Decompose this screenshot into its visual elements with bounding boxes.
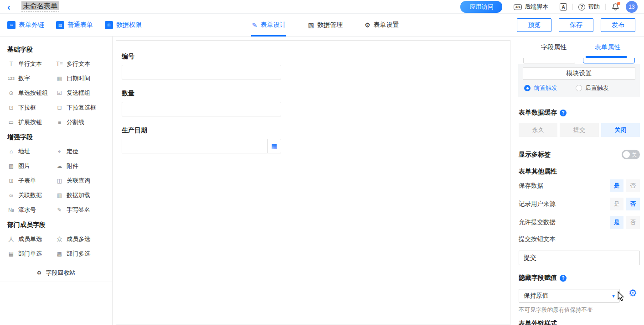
field-label: 数量 — [122, 89, 510, 98]
field-item-linked-query[interactable]: ◫关联查询 — [56, 173, 112, 188]
field-item-label: 成员多选 — [67, 235, 90, 243]
cache-option-submit[interactable]: 提交 — [560, 123, 598, 137]
field-item-address[interactable]: ⌂地址 — [7, 144, 56, 159]
field-item-location[interactable]: ⌖定位 — [56, 144, 112, 159]
signature-icon: ✎ — [56, 207, 63, 213]
linked-data-icon: ∞ — [7, 192, 15, 199]
field-item-label: 单选按钮组 — [18, 89, 48, 97]
form-data-cache-label: 表单数据缓存 ? — [519, 109, 567, 117]
help-button[interactable]: ? 帮助 — [578, 3, 600, 11]
trigger-radio-group: 前置触发 后置触发 — [524, 84, 609, 92]
production-date-input[interactable] — [122, 139, 267, 153]
allow-submit-yes-button[interactable]: 是 — [610, 216, 623, 229]
canvas-field-production-date[interactable]: 生产日期 ▦ — [122, 126, 510, 153]
properties-panel: 字段属性 表单属性 模块设置 前置触发 后置触发 表单数据缓存 ? 永久 提交 … — [511, 37, 644, 325]
field-item-select[interactable]: ⊡下拉框 — [7, 100, 56, 115]
field-item-radio-group[interactable]: ⊙单选按钮组 — [7, 86, 56, 100]
gear-icon[interactable]: ⚙ — [629, 288, 637, 298]
form-settings-icon: ⚙ — [365, 21, 371, 29]
top-header: ‹ 未命名表单 应用访问 </> 后端脚本 A ? 帮助 13 — [0, 0, 644, 14]
label-text: 隐藏字段赋值 — [519, 274, 557, 282]
module-settings-button[interactable]: 模块设置 — [523, 67, 635, 80]
language-icon[interactable]: A — [560, 3, 567, 10]
quantity-input[interactable] — [122, 102, 281, 116]
field-item-member-multi[interactable]: 众成员多选 — [56, 232, 112, 246]
publish-button[interactable]: 发布 — [601, 18, 635, 32]
field-item-serial-number[interactable]: №流水号 — [7, 203, 56, 217]
radio-post-trigger[interactable]: 后置触发 — [576, 84, 609, 92]
field-item-attachment[interactable]: ☁附件 — [56, 159, 112, 173]
header-actions: 应用访问 </> 后端脚本 A ? 帮助 13 — [460, 0, 638, 14]
field-item-number[interactable]: 123数字 — [7, 71, 56, 86]
field-item-divider-line[interactable]: ≡分割线 — [56, 115, 112, 130]
question-icon[interactable]: ? — [560, 275, 567, 282]
field-item-single-line-text[interactable]: T单行文本 — [7, 57, 56, 71]
tab-form-design[interactable]: ✎ 表单设计 — [252, 14, 286, 37]
cache-option-close[interactable]: 关闭 — [601, 123, 640, 137]
field-item-linked-data[interactable]: ∞关联数据 — [7, 188, 56, 203]
field-item-image[interactable]: ▨图片 — [7, 159, 56, 173]
field-item-label: 扩展按钮 — [18, 118, 42, 126]
field-item-data-load[interactable]: ▥数据加载 — [56, 188, 112, 203]
field-item-multi-line-text[interactable]: T≡多行文本 — [56, 57, 112, 71]
field-item-multi-select[interactable]: ⊟下拉复选框 — [56, 100, 112, 115]
field-item-extend-button[interactable]: ▭扩展按钮 — [7, 115, 56, 130]
select-value: 保持原值 — [524, 292, 548, 300]
field-item-label: 图片 — [18, 162, 30, 170]
location-icon: ⌖ — [56, 148, 63, 155]
backend-script-button[interactable]: </> 后端脚本 — [514, 3, 548, 11]
serial-number-icon: № — [7, 207, 15, 213]
field-item-label: 部门单选 — [18, 250, 42, 258]
tab-data-management[interactable]: ▧ 数据管理 — [308, 14, 343, 37]
field-item-signature[interactable]: ✎手写签名 — [56, 203, 112, 217]
member-single-icon: 人 — [7, 236, 15, 243]
record-source-no-button[interactable]: 否 — [626, 198, 640, 210]
app-access-button[interactable]: 应用访问 — [460, 1, 502, 13]
code-icon: </> — [514, 4, 522, 10]
hidden-field-select[interactable]: 保持原值 ▼ — [519, 289, 620, 303]
back-icon[interactable]: ‹ — [7, 1, 10, 13]
normal-form-button[interactable]: ▤ 普通表单 — [56, 21, 93, 29]
question-icon[interactable]: ? — [560, 110, 567, 116]
cache-option-permanent[interactable]: 永久 — [519, 123, 557, 137]
field-item-subform[interactable]: ⊞子表单 — [7, 173, 56, 188]
form-design-canvas[interactable]: 编号 数量 生产日期 ▦ — [116, 40, 510, 325]
divider-line-icon: ≡ — [56, 119, 63, 126]
save-data-no-button[interactable]: 否 — [626, 179, 640, 192]
radio-pre-trigger[interactable]: 前置触发 — [524, 84, 557, 92]
field-item-dept-multi[interactable]: ▩部门多选 — [56, 246, 112, 261]
field-item-datetime[interactable]: ▦日期时间 — [56, 71, 112, 86]
form-external-link-button[interactable]: ∞ 表单外链 — [7, 21, 44, 29]
data-permission-button[interactable]: ılı 数据权限 — [105, 21, 142, 29]
tab-form-properties[interactable]: 表单属性 — [595, 37, 620, 58]
multi-tab-toggle[interactable]: 关 — [622, 150, 640, 159]
dept-multi-icon: ▩ — [56, 251, 63, 257]
partial-blue-button — [583, 58, 635, 63]
calendar-icon[interactable]: ▦ — [268, 142, 281, 150]
canvas-field-number-id[interactable]: 编号 — [122, 52, 510, 79]
data-load-icon: ▥ — [56, 192, 63, 199]
field-recycle-bin-button[interactable]: ♻ 字段回收站 — [0, 264, 112, 282]
divider — [605, 4, 606, 10]
field-item-checkbox-group[interactable]: ☑复选框组 — [56, 86, 112, 100]
submit-button-text-input[interactable] — [519, 251, 640, 265]
row-label: 记录用户来源 — [519, 200, 556, 208]
preview-button[interactable]: 预览 — [517, 18, 551, 32]
notification-bell-icon[interactable] — [611, 2, 620, 11]
form-title[interactable]: 未命名表单 — [21, 1, 59, 10]
avatar[interactable]: 13 — [626, 1, 638, 13]
canvas-field-quantity[interactable]: 数量 — [122, 89, 510, 116]
record-source-yes-button[interactable]: 是 — [610, 198, 623, 210]
form-title-wrap[interactable]: 未命名表单 — [21, 2, 59, 12]
number-icon: 123 — [7, 76, 15, 81]
date-input-wrap[interactable]: ▦ — [122, 139, 281, 153]
tab-field-properties[interactable]: 字段属性 — [541, 37, 567, 58]
number-id-input[interactable] — [122, 65, 281, 79]
save-data-yes-button[interactable]: 是 — [610, 179, 623, 192]
save-button[interactable]: 保存 — [559, 18, 593, 32]
allow-submit-no-button[interactable]: 否 — [626, 216, 640, 229]
field-item-member-single[interactable]: 人成员单选 — [7, 232, 56, 246]
datetime-icon: ▦ — [56, 75, 63, 82]
tab-form-settings[interactable]: ⚙ 表单设置 — [365, 14, 399, 37]
field-item-dept-single[interactable]: ▤部门单选 — [7, 246, 56, 261]
